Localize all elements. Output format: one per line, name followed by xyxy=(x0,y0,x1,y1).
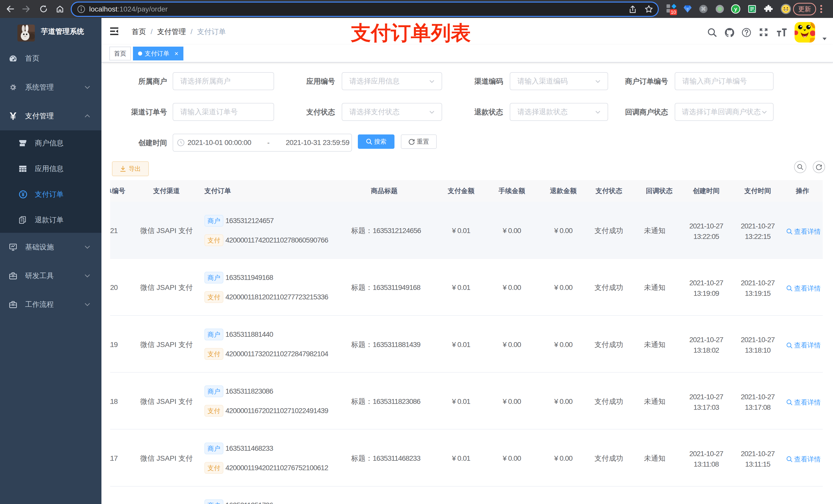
svg-text:y: y xyxy=(734,6,737,12)
svg-text:10: 10 xyxy=(671,9,676,15)
svg-text:⌘: ⌘ xyxy=(701,6,706,12)
